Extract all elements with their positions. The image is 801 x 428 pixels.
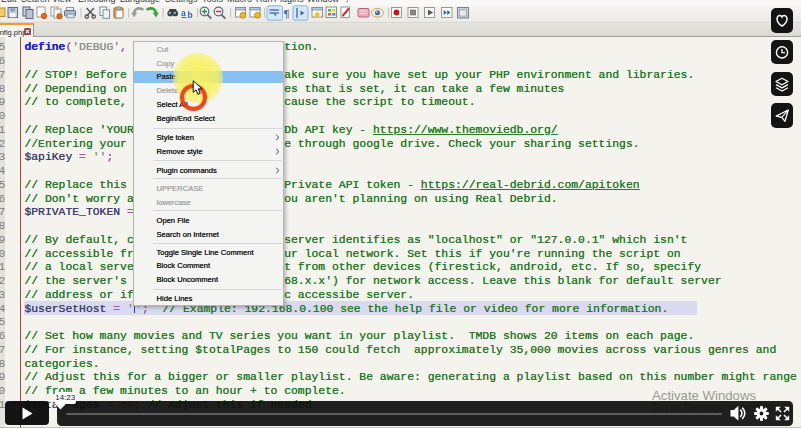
svg-text:¶: ¶ — [284, 7, 290, 19]
svg-text:b: b — [188, 10, 193, 20]
svg-text:a: a — [181, 8, 186, 18]
